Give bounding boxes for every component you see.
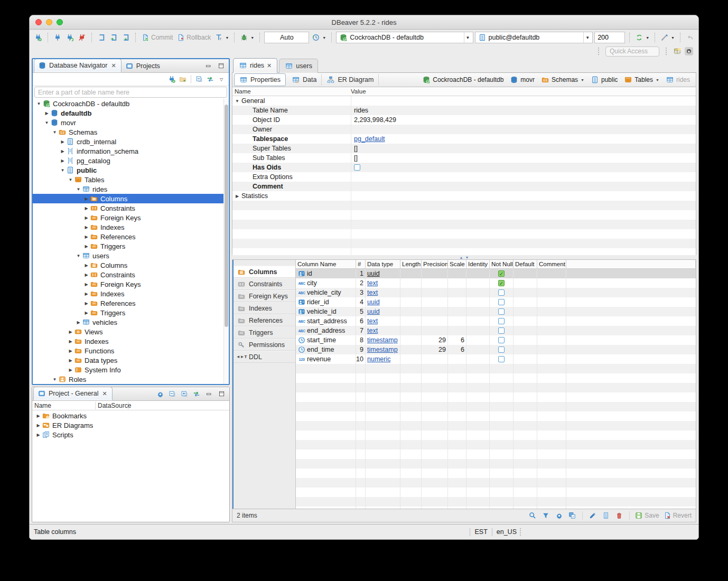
- column-row-vehicle_city[interactable]: ABCvehicle_city3text: [296, 288, 696, 297]
- collapsed-arrow-icon[interactable]: ▶: [83, 273, 90, 277]
- collapsed-arrow-icon[interactable]: ▶: [234, 194, 240, 199]
- expanded-arrow-icon[interactable]: ▼: [75, 254, 82, 258]
- collapsed-arrow-icon[interactable]: ▶: [83, 244, 90, 249]
- tree-item-foreign-keys[interactable]: ▶Foreign Keys: [33, 279, 229, 289]
- search-icon[interactable]: [528, 511, 537, 520]
- column-row-end_time[interactable]: end_time9timestamp296: [296, 345, 696, 354]
- status-timezone[interactable]: EST: [474, 528, 487, 536]
- tree-item-data-types[interactable]: ▶Data types: [33, 355, 229, 365]
- plug-add-icon[interactable]: [167, 75, 176, 83]
- collapsed-arrow-icon[interactable]: ▶: [35, 433, 42, 437]
- transaction-mode-combo[interactable]: Auto: [264, 32, 309, 43]
- close-icon[interactable]: ✕: [102, 390, 107, 397]
- swap-icon[interactable]: [206, 75, 214, 83]
- grid-header-scale[interactable]: Scale: [448, 260, 466, 268]
- column-row-id[interactable]: id1uuid✓: [296, 269, 696, 278]
- project-item-bookmarks[interactable]: ▶Bookmarks: [32, 411, 229, 420]
- collapsed-arrow-icon[interactable]: ▶: [43, 111, 50, 116]
- plug-refresh-button[interactable]: [64, 33, 75, 42]
- gear-icon[interactable]: [555, 511, 563, 520]
- tablespace-link[interactable]: pg_default: [354, 135, 385, 143]
- tree-item-defaultdb[interactable]: ▶defaultdb: [33, 108, 229, 118]
- transaction-history-button[interactable]: ▼: [311, 33, 327, 42]
- expanded-arrow-icon[interactable]: ▼: [59, 168, 66, 173]
- file-tab-rides[interactable]: rides✕: [233, 58, 277, 73]
- expanded-arrow-icon[interactable]: ▼: [51, 130, 58, 135]
- column-row-city[interactable]: ABCcity2text✓: [296, 278, 696, 288]
- data-type-link[interactable]: text: [367, 289, 378, 296]
- table-plus-icon[interactable]: [673, 47, 682, 55]
- expanded-arrow-icon[interactable]: ▼: [75, 187, 82, 192]
- collapsed-arrow-icon[interactable]: ▶: [35, 423, 42, 428]
- grid-header-data-type[interactable]: Data type: [366, 260, 400, 268]
- tree-item-indexes[interactable]: ▶Indexes: [33, 289, 229, 298]
- column-row-end_address[interactable]: ABCend_address7text: [296, 326, 696, 335]
- dbeaver-perspective-button[interactable]: [685, 47, 693, 55]
- quick-access-input[interactable]: [605, 46, 659, 57]
- sql-editor-button[interactable]: [96, 33, 107, 42]
- revert-button[interactable]: Revert: [663, 511, 692, 520]
- grid-header-not-null[interactable]: Not Null: [490, 260, 514, 268]
- tree-item-crdb-internal[interactable]: ▶crdb_internal: [33, 137, 229, 146]
- minimize-panel-icon[interactable]: [204, 62, 213, 70]
- collapsed-arrow-icon[interactable]: ▶: [67, 330, 74, 334]
- breadcrumb-rides[interactable]: rides: [666, 76, 690, 84]
- collapsed-arrow-icon[interactable]: ▶: [83, 206, 90, 211]
- tree-item-references[interactable]: ▶References: [33, 232, 229, 241]
- tree-item-foreign-keys[interactable]: ▶Foreign Keys: [33, 213, 229, 222]
- tree-item-system-info[interactable]: ▶iSystem Info: [33, 365, 229, 374]
- txn-filter-button[interactable]: ▼: [213, 33, 230, 42]
- tree-item-rides[interactable]: ▼rides: [33, 184, 229, 194]
- maximize-panel-icon[interactable]: [217, 62, 226, 70]
- tree-item-references[interactable]: ▶References: [33, 298, 229, 308]
- data-type-link[interactable]: text: [367, 279, 378, 287]
- collapsed-arrow-icon[interactable]: ▶: [83, 282, 90, 287]
- expanded-arrow-icon[interactable]: ▼: [43, 120, 50, 125]
- column-header-datasource[interactable]: DataSource: [96, 402, 128, 409]
- grid-header-comment[interactable]: Comment: [537, 260, 566, 268]
- trash-icon[interactable]: [615, 511, 623, 520]
- columns-list-icon[interactable]: [602, 511, 610, 520]
- collapse-all-icon[interactable]: [168, 390, 176, 398]
- properties-header-name[interactable]: Name: [232, 88, 351, 95]
- tree-item-public[interactable]: ▼public: [33, 165, 229, 175]
- tree-item-movr[interactable]: ▼movr: [33, 118, 229, 127]
- not-null-checkbox[interactable]: [498, 318, 505, 324]
- collapsed-arrow-icon[interactable]: ▶: [83, 301, 90, 306]
- expanded-arrow-icon[interactable]: ▼: [67, 177, 74, 182]
- collapsed-arrow-icon[interactable]: ▶: [83, 311, 90, 315]
- tab-projects[interactable]: Projects: [122, 60, 165, 72]
- data-type-link[interactable]: text: [367, 327, 378, 334]
- collapsed-arrow-icon[interactable]: ▶: [35, 414, 42, 418]
- close-icon[interactable]: ✕: [111, 62, 116, 69]
- tab-project-general[interactable]: Project - General ✕: [33, 387, 113, 400]
- grid-header-default[interactable]: Default: [514, 260, 537, 268]
- collapsed-arrow-icon[interactable]: ▶: [67, 358, 74, 363]
- not-null-checkbox[interactable]: [498, 337, 505, 343]
- property-row-table-name[interactable]: Table Namerides: [232, 106, 696, 115]
- tree-item-constraints[interactable]: ▶Constraints: [33, 270, 229, 279]
- connection-combo[interactable]: CockroachDB - defaultdb ▼: [336, 32, 473, 43]
- plug-off-button[interactable]: [77, 33, 87, 42]
- property-row-super-tables[interactable]: Super Tables[]: [232, 144, 696, 153]
- data-type-link[interactable]: uuid: [367, 270, 380, 277]
- property-row-extra-options[interactable]: Extra Options: [232, 172, 696, 182]
- collapsed-arrow-icon[interactable]: ▶: [83, 235, 90, 239]
- column-row-vehicle_id[interactable]: vehicle_id5uuid: [296, 307, 696, 316]
- breadcrumb-cockroachdb-defaultdb[interactable]: CockroachDB - defaultdb: [422, 76, 503, 84]
- detail-tab-foreign-keys[interactable]: Foreign Keys: [234, 290, 295, 302]
- collapsed-arrow-icon[interactable]: ▶: [59, 149, 66, 154]
- not-null-checkbox[interactable]: [498, 299, 505, 305]
- tab-database-navigator[interactable]: Database Navigator ✕: [34, 59, 122, 72]
- not-null-checkbox[interactable]: ✓: [498, 280, 505, 286]
- not-null-checkbox[interactable]: [498, 346, 505, 353]
- tree-item-columns[interactable]: ▶Columns: [33, 260, 229, 270]
- column-row-rider_id[interactable]: rider_id4uuid: [296, 297, 696, 307]
- data-type-link[interactable]: uuid: [367, 308, 380, 315]
- breadcrumb-movr[interactable]: movr: [510, 76, 535, 84]
- grid-header-length[interactable]: Length: [400, 260, 422, 268]
- not-null-checkbox[interactable]: ✓: [498, 270, 505, 277]
- view-tab-properties[interactable]: Properties: [234, 73, 286, 86]
- tree-item-indexes[interactable]: ▶Indexes: [33, 222, 229, 232]
- commit-button[interactable]: Commit: [140, 33, 174, 42]
